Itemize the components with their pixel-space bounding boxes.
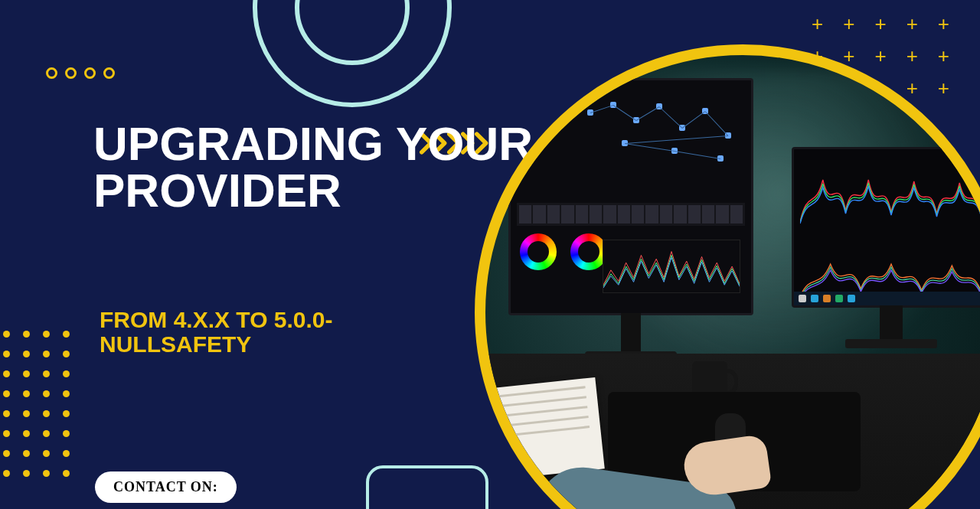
decor-ring-row: [46, 67, 115, 79]
dot-icon: [43, 450, 50, 457]
dot-icon: [3, 331, 10, 338]
dot-icon: [63, 370, 70, 377]
graph-edge: [625, 143, 675, 152]
dot-icon: [3, 450, 10, 457]
dot-icon: [43, 351, 50, 357]
monitor-stand: [621, 313, 641, 351]
timeline-clip: [618, 205, 630, 224]
timeline-clip: [632, 205, 644, 224]
hero-photo-circle: [475, 44, 980, 509]
plus-icon: +: [906, 46, 918, 66]
timeline-clip: [660, 205, 672, 224]
contact-pill: CONTACT ON:: [95, 471, 237, 503]
plus-icon: +: [874, 46, 886, 66]
graph-edge: [636, 106, 660, 121]
timeline-clip: [590, 205, 602, 224]
color-wheel-icon: [520, 233, 557, 270]
plus-icon: +: [843, 14, 854, 34]
dot-icon: [43, 470, 50, 477]
timeline-clip: [716, 205, 728, 224]
dot-icon: [43, 390, 50, 397]
color-wheels: [520, 233, 607, 270]
dot-icon: [63, 450, 70, 457]
graph-edge: [625, 135, 728, 144]
subtitle-text: FROM 4.X.X TO 5.0.0-NULLSAFETY: [100, 308, 345, 356]
graph-edge: [613, 105, 637, 121]
dot-icon: [43, 370, 50, 377]
dot-icon: [23, 470, 30, 477]
banner-canvas: +++++++++++++++ UPGRADING YOUR FLUTTER P…: [0, 0, 980, 509]
taskbar-icon: [811, 295, 818, 302]
dot-icon: [3, 430, 10, 437]
dot-icon: [23, 351, 30, 357]
graph-edge: [590, 105, 613, 113]
timeline-clip: [519, 205, 531, 224]
timeline-clip: [702, 205, 714, 224]
monitor-right: [792, 147, 980, 308]
dot-icon: [3, 470, 10, 477]
dot-icon: [63, 470, 70, 477]
decor-concentric-circles: [253, 0, 452, 107]
dot-icon: [23, 370, 30, 377]
graph-edge: [682, 111, 706, 129]
plus-icon: +: [938, 46, 949, 66]
decor-ring-icon: [65, 67, 77, 79]
monitor-stand: [880, 305, 903, 339]
graph-edge: [675, 151, 720, 159]
dot-icon: [23, 410, 30, 417]
dot-icon: [23, 430, 30, 437]
timeline-clip: [645, 205, 658, 224]
graph-edge: [659, 106, 683, 129]
color-wheel-icon: [570, 233, 607, 270]
decor-concentric-inner: [295, 0, 410, 65]
plus-icon: +: [843, 46, 854, 66]
monitor-left: [508, 78, 753, 315]
dot-icon: [63, 390, 70, 397]
dot-icon: [23, 450, 30, 457]
plus-icon: +: [906, 78, 918, 98]
dot-icon: [63, 410, 70, 417]
node-graph: [580, 94, 743, 194]
dot-icon: [3, 351, 10, 357]
taskbar-icon: [799, 295, 806, 302]
dot-icon: [63, 331, 70, 338]
dot-icon: [3, 410, 10, 417]
plus-icon: +: [874, 14, 886, 34]
dot-icon: [23, 331, 30, 338]
timeline-clip: [547, 205, 560, 224]
plus-icon: +: [938, 78, 949, 98]
plus-icon: +: [938, 14, 949, 34]
plus-icon: +: [812, 14, 823, 34]
timeline-clip: [533, 205, 545, 224]
dot-icon: [43, 430, 50, 437]
taskbar-icon: [835, 295, 843, 302]
dot-icon: [43, 331, 50, 338]
timeline-clip: [603, 205, 616, 224]
decor-ring-icon: [46, 67, 57, 79]
decor-ring-icon: [103, 67, 115, 79]
timeline-clip: [561, 205, 573, 224]
graph-edge: [705, 111, 729, 136]
decor-dot-grid: [3, 331, 70, 478]
decor-mint-rect: [366, 465, 488, 509]
dot-icon: [3, 370, 10, 377]
dot-icon: [23, 390, 30, 397]
waveform-scope: [603, 240, 740, 293]
dot-icon: [63, 351, 70, 357]
rgb-parade-top: [800, 157, 980, 226]
desk-scene: [485, 55, 980, 509]
taskbar-icon: [823, 295, 831, 302]
dot-icon: [43, 410, 50, 417]
taskbar-icon: [848, 295, 855, 302]
video-timeline: [517, 203, 745, 226]
plus-icon: +: [906, 14, 918, 34]
dot-icon: [63, 430, 70, 437]
timeline-clip: [674, 205, 686, 224]
decor-ring-icon: [84, 67, 96, 79]
monitor-base: [845, 339, 937, 348]
timeline-clip: [576, 205, 588, 224]
timeline-clip: [730, 205, 743, 224]
windows-taskbar: [794, 292, 980, 305]
timeline-clip: [688, 205, 701, 224]
dot-icon: [3, 390, 10, 397]
